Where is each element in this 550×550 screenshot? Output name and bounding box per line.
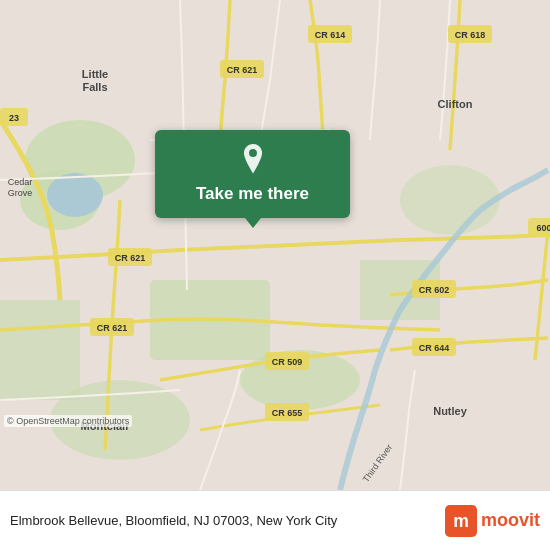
moovit-m-icon: m [445,505,477,537]
svg-point-40 [249,149,257,157]
svg-point-9 [47,173,103,217]
svg-text:CR 602: CR 602 [419,285,450,295]
svg-text:Falls: Falls [82,81,107,93]
address-text: Elmbrook Bellevue, Bloomfield, NJ 07003,… [10,513,445,528]
svg-text:CR 621: CR 621 [97,323,128,333]
location-pin-icon [239,144,267,178]
svg-text:CR 655: CR 655 [272,408,303,418]
osm-attribution: © OpenStreetMap contributors [4,415,132,427]
svg-text:Clifton: Clifton [438,98,473,110]
svg-text:Little: Little [82,68,108,80]
svg-text:600: 600 [536,223,550,233]
take-me-there-button[interactable]: Take me there [155,130,350,218]
svg-point-6 [400,165,500,235]
svg-text:CR 509: CR 509 [272,357,303,367]
svg-text:Grove: Grove [8,188,33,198]
bottom-bar: Elmbrook Bellevue, Bloomfield, NJ 07003,… [0,490,550,550]
svg-text:m: m [453,511,469,531]
svg-text:23: 23 [9,113,19,123]
svg-text:CR 644: CR 644 [419,343,450,353]
svg-text:Cedar: Cedar [8,177,33,187]
svg-text:CR 614: CR 614 [315,30,346,40]
svg-rect-7 [0,300,80,400]
moovit-logo: m moovit [445,505,540,537]
svg-text:CR 621: CR 621 [227,65,258,75]
svg-text:CR 621: CR 621 [115,253,146,263]
moovit-text: moovit [481,510,540,531]
svg-text:Nutley: Nutley [433,405,468,417]
map-container: CR 621 CR 614 CR 618 23 CR 621 CR 602 60… [0,0,550,490]
take-me-there-label: Take me there [196,184,309,203]
svg-text:CR 618: CR 618 [455,30,486,40]
